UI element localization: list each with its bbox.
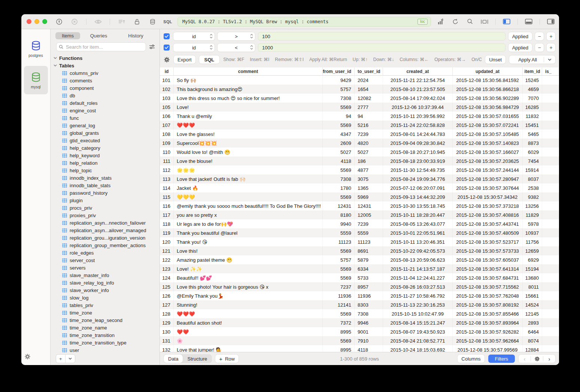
cell-from_user_id[interactable]: 5569	[323, 336, 355, 345]
sidebar-item-table[interactable]: global_grants	[51, 129, 160, 137]
cell-to_user_id[interactable]: 2024	[355, 76, 383, 85]
cell-created_at[interactable]: 2015-11-04 12:24:41.227	[383, 273, 453, 282]
cell-comment[interactable]: Love the blouse!	[174, 157, 323, 165]
lock-icon[interactable]	[133, 18, 141, 25]
cell-updated_at[interactable]: 2015-12-08 15:30:57.280947	[453, 174, 523, 183]
cell-from_user_id[interactable]: 5569	[323, 192, 355, 201]
table-row[interactable]: 115💛💛💛556959692015-09-13 14:44:32.209201…	[160, 192, 559, 201]
sidebar-item-table[interactable]: plugin	[51, 197, 160, 204]
cell-from_user_id[interactable]: 5757	[323, 85, 355, 94]
cell-comment[interactable]: Amazing pastel theme 😬	[174, 255, 323, 264]
filter-column-select[interactable]: id	[173, 32, 215, 40]
apply-all-button[interactable]: Apply All	[509, 55, 555, 64]
sidebar-item-table[interactable]: func	[51, 114, 160, 122]
cell-item_id[interactable]: 4659	[523, 85, 542, 94]
cell-created_at[interactable]: 2015-08-10 21:23:57.505	[383, 85, 453, 94]
table-row[interactable]: 112🌟🌟🌟556948772015-11-30 12:54:49.735201…	[160, 165, 559, 174]
cell-item_id[interactable]: 12659	[523, 246, 542, 255]
cell-to_user_id[interactable]: 12431	[355, 201, 383, 210]
sidebar-item-table[interactable]: general_log	[51, 122, 160, 129]
connection-postgres[interactable]: postgres	[24, 34, 48, 63]
cell-id[interactable]: 116	[160, 201, 174, 210]
cell-to_user_id[interactable]: 8691	[355, 246, 383, 255]
cell-item_id[interactable]: 2538	[523, 183, 542, 192]
table-row[interactable]: 129Beautiful action shot!737299462015-08…	[160, 318, 559, 327]
export-button[interactable]: Export	[174, 55, 195, 64]
cell-from_user_id[interactable]: 5569	[323, 165, 355, 174]
cell-updated_at[interactable]: 2015-12-08 15:30:57.762048	[453, 291, 523, 300]
sidebar-item-table[interactable]: innodb_index_stats	[51, 174, 160, 182]
sidebar-item-table[interactable]: help_category	[51, 144, 160, 152]
cell-created_at[interactable]: 2015-11-21 22:12:54.754	[383, 76, 453, 85]
zoom-window-button[interactable]	[42, 19, 47, 24]
cell-from_user_id[interactable]: 94	[323, 112, 355, 121]
cell-to_user_id[interactable]: 12082	[355, 94, 383, 103]
cell-id[interactable]: 125	[160, 282, 174, 291]
table-row[interactable]: 122Amazing pastel theme 😬575758792015-08…	[160, 255, 559, 264]
cell-from_user_id[interactable]: 7237	[323, 282, 355, 291]
cell-id[interactable]: 123	[160, 264, 174, 273]
cell-to_user_id[interactable]: 11123	[355, 237, 383, 246]
cell-item_id[interactable]: 2893	[523, 318, 542, 327]
center-layout-icon[interactable]	[481, 18, 488, 25]
table-row[interactable]: 127Stunning!1214183032015-11-13 22:30:16…	[160, 300, 559, 309]
cell-is_[interactable]	[542, 76, 559, 85]
sidebar-item-table[interactable]: gtid_executed	[51, 137, 160, 144]
cell-item_id[interactable]: 8074	[523, 336, 542, 345]
cell-is_[interactable]	[542, 94, 559, 103]
cell-to_user_id[interactable]: 11936	[355, 291, 383, 300]
sidebar-item-table[interactable]: slave_relay_log_info	[51, 279, 160, 286]
add-item-menu-button[interactable]	[66, 355, 75, 363]
cell-id[interactable]: 103	[160, 94, 174, 103]
cell-updated_at[interactable]: 2015-12-08 15:30:57.105485	[453, 130, 523, 139]
cell-to_user_id[interactable]: 5559	[355, 228, 383, 237]
cell-created_at[interactable]: 2015-07-12 06:20:07.091	[383, 183, 453, 192]
tab-structure[interactable]: Structure	[183, 355, 212, 363]
cell-comment[interactable]: 🌸	[174, 336, 323, 345]
cell-is_[interactable]	[542, 273, 559, 282]
cell-is_[interactable]	[542, 300, 559, 309]
cell-comment[interactable]: 🌟🌟🌟	[174, 165, 323, 174]
cell-to_user_id[interactable]: 3075	[355, 174, 383, 183]
cell-from_user_id[interactable]: 5559	[323, 228, 355, 237]
cell-updated_at[interactable]: 2015-12-08 15:30:57.140823	[453, 139, 523, 148]
sidebar-item-table[interactable]: role_edges	[51, 249, 160, 256]
cell-from_user_id[interactable]: 12141	[323, 300, 355, 309]
cell-item_id[interactable]: 15451	[523, 121, 542, 130]
cell-to_user_id[interactable]: 7910	[355, 336, 383, 345]
cell-comment[interactable]: Love! ✨✨	[174, 264, 323, 273]
cell-id[interactable]: 112	[160, 165, 174, 174]
cell-created_at[interactable]: 2015-10-22 09:42:05.573	[383, 246, 453, 255]
cell-is_[interactable]	[542, 148, 559, 157]
cell-id[interactable]: 109	[160, 139, 174, 148]
sidebar-item-table[interactable]: component	[51, 84, 160, 92]
cell-from_user_id[interactable]: 9940	[323, 219, 355, 228]
sidebar-item-table[interactable]: proxies_priv	[51, 212, 160, 219]
cell-item_id[interactable]: 5465	[523, 130, 542, 139]
table-row[interactable]: 113Love that jacket! Outfit is fab 🙌🏻730…	[160, 174, 559, 183]
table-row[interactable]: 128❤️❤️❤️556973082015-10-15 10:02:47.992…	[160, 309, 559, 318]
cell-item_id[interactable]: 9382	[523, 192, 542, 201]
cell-is_[interactable]	[542, 174, 559, 183]
close-window-button[interactable]	[27, 19, 31, 24]
table-row[interactable]: 107❤️❤️❤️556952162015-11-24 22:02:58.828…	[160, 121, 559, 130]
cell-from_user_id[interactable]: 9429	[323, 76, 355, 85]
add-filter-button[interactable]: +	[547, 32, 555, 40]
cell-id[interactable]: 131	[160, 336, 174, 345]
cell-item_id[interactable]: 6029	[523, 148, 542, 157]
sidebar-item-table[interactable]: help_topic	[51, 167, 160, 174]
cell-comment[interactable]: Jacket 🔥	[174, 183, 323, 192]
cell-to_user_id[interactable]: 94	[355, 112, 383, 121]
cell-is_[interactable]	[542, 255, 559, 264]
cell-updated_at[interactable]: 2015-12-08 15:30:57.166027	[453, 148, 523, 157]
cell-updated_at[interactable]: 2015-12-08 15:30:56.902289	[453, 94, 523, 103]
cell-comment[interactable]: 💛💛💛	[174, 192, 323, 201]
cell-updated_at[interactable]: 2015-12-08 15:30:57.605037	[453, 255, 523, 264]
cell-to_user_id[interactable]: 9946	[355, 318, 383, 327]
cell-item_id[interactable]: 14524	[523, 300, 542, 309]
cell-created_at[interactable]: 2015-08-01 14:24:44.783	[383, 130, 453, 139]
cell-from_user_id[interactable]: 12431	[323, 201, 355, 210]
cell-id[interactable]: 120	[160, 237, 174, 246]
column-header-comment[interactable]: comment	[174, 67, 323, 75]
logs-icon[interactable]	[118, 18, 125, 25]
